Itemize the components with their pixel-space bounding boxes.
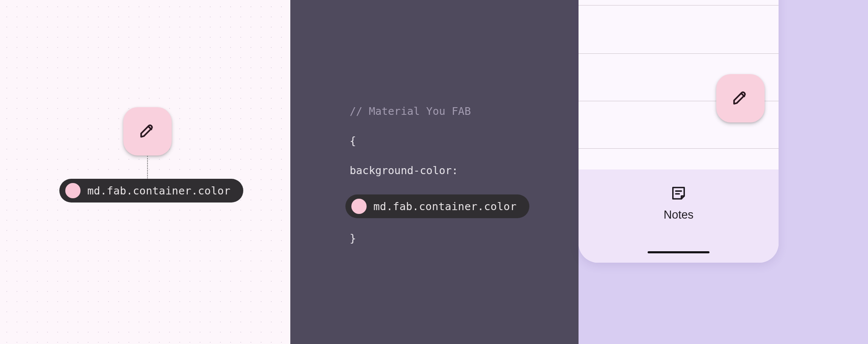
code-brace-open: { [350,133,529,148]
note-rule-line [579,148,779,149]
note-icon[interactable] [670,185,687,203]
home-indicator [648,251,709,253]
code-panel: // Material You FAB { background-color: … [290,0,579,344]
design-token-chip: md.fab.container.color [59,179,243,203]
pencil-icon [732,89,749,108]
pencil-icon [139,122,156,141]
color-swatch [65,183,81,198]
device-frame: Notes [579,0,779,263]
bottom-navigation: Notes [579,169,779,263]
design-canvas: md.fab.container.color [0,0,290,344]
color-swatch [351,199,367,214]
code-token-chip: md.fab.container.color [345,194,529,218]
code-comment: // Material You FAB [350,104,529,119]
note-rule-line [579,5,779,6]
code-property: background-color: [350,163,529,178]
token-name-label: md.fab.container.color [373,199,517,214]
code-block: // Material You FAB { background-color: … [350,104,529,261]
app-preview-panel: Notes [579,0,868,344]
token-connector-line [147,156,148,179]
token-name-label: md.fab.container.color [87,185,231,197]
note-rule-line [579,53,779,54]
code-brace-close: } [350,231,529,246]
fab-design-preview [123,107,172,155]
fab-edit-button[interactable] [716,74,765,122]
nav-item-label[interactable]: Notes [664,208,694,222]
